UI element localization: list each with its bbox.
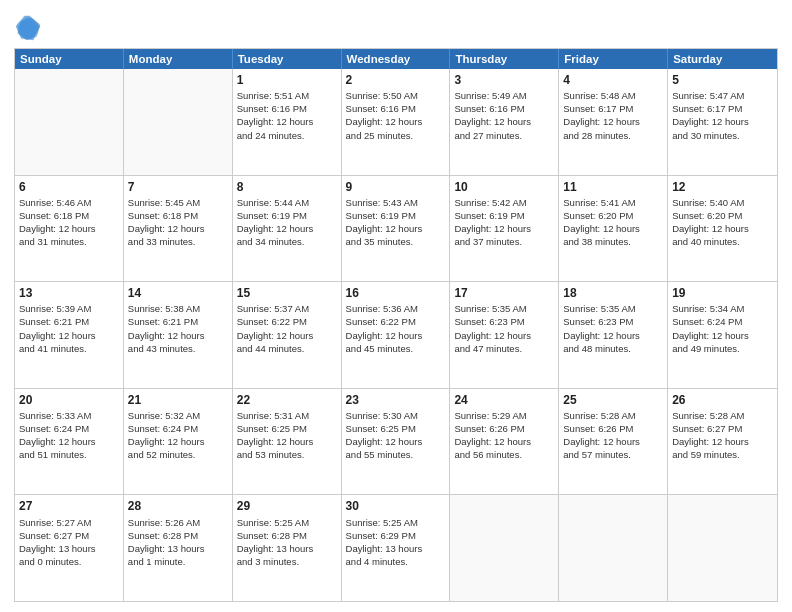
day-number: 10 [454,179,554,195]
day-number: 26 [672,392,773,408]
day-cell-20: 20Sunrise: 5:33 AM Sunset: 6:24 PM Dayli… [15,389,124,495]
day-info: Sunrise: 5:34 AM Sunset: 6:24 PM Dayligh… [672,302,773,354]
day-cell-15: 15Sunrise: 5:37 AM Sunset: 6:22 PM Dayli… [233,282,342,388]
day-info: Sunrise: 5:40 AM Sunset: 6:20 PM Dayligh… [672,196,773,248]
day-cell-9: 9Sunrise: 5:43 AM Sunset: 6:19 PM Daylig… [342,176,451,282]
day-cell-5: 5Sunrise: 5:47 AM Sunset: 6:17 PM Daylig… [668,69,777,175]
day-number: 21 [128,392,228,408]
day-info: Sunrise: 5:36 AM Sunset: 6:22 PM Dayligh… [346,302,446,354]
day-number: 2 [346,72,446,88]
day-number: 7 [128,179,228,195]
day-info: Sunrise: 5:25 AM Sunset: 6:28 PM Dayligh… [237,516,337,568]
day-cell-24: 24Sunrise: 5:29 AM Sunset: 6:26 PM Dayli… [450,389,559,495]
empty-cell-r4c5 [559,495,668,601]
day-info: Sunrise: 5:28 AM Sunset: 6:26 PM Dayligh… [563,409,663,461]
day-cell-4: 4Sunrise: 5:48 AM Sunset: 6:17 PM Daylig… [559,69,668,175]
day-info: Sunrise: 5:27 AM Sunset: 6:27 PM Dayligh… [19,516,119,568]
day-cell-7: 7Sunrise: 5:45 AM Sunset: 6:18 PM Daylig… [124,176,233,282]
day-info: Sunrise: 5:44 AM Sunset: 6:19 PM Dayligh… [237,196,337,248]
day-number: 25 [563,392,663,408]
calendar-row-1: 6Sunrise: 5:46 AM Sunset: 6:18 PM Daylig… [15,175,777,282]
day-cell-3: 3Sunrise: 5:49 AM Sunset: 6:16 PM Daylig… [450,69,559,175]
calendar-row-2: 13Sunrise: 5:39 AM Sunset: 6:21 PM Dayli… [15,281,777,388]
day-number: 3 [454,72,554,88]
day-info: Sunrise: 5:35 AM Sunset: 6:23 PM Dayligh… [454,302,554,354]
calendar-header: SundayMondayTuesdayWednesdayThursdayFrid… [15,49,777,69]
day-info: Sunrise: 5:28 AM Sunset: 6:27 PM Dayligh… [672,409,773,461]
day-number: 28 [128,498,228,514]
empty-cell-r4c4 [450,495,559,601]
day-cell-19: 19Sunrise: 5:34 AM Sunset: 6:24 PM Dayli… [668,282,777,388]
weekday-header-thursday: Thursday [450,49,559,69]
day-cell-8: 8Sunrise: 5:44 AM Sunset: 6:19 PM Daylig… [233,176,342,282]
day-info: Sunrise: 5:45 AM Sunset: 6:18 PM Dayligh… [128,196,228,248]
day-number: 6 [19,179,119,195]
day-info: Sunrise: 5:31 AM Sunset: 6:25 PM Dayligh… [237,409,337,461]
day-cell-25: 25Sunrise: 5:28 AM Sunset: 6:26 PM Dayli… [559,389,668,495]
weekday-header-sunday: Sunday [15,49,124,69]
day-cell-21: 21Sunrise: 5:32 AM Sunset: 6:24 PM Dayli… [124,389,233,495]
day-cell-17: 17Sunrise: 5:35 AM Sunset: 6:23 PM Dayli… [450,282,559,388]
day-info: Sunrise: 5:47 AM Sunset: 6:17 PM Dayligh… [672,89,773,141]
day-number: 27 [19,498,119,514]
day-number: 4 [563,72,663,88]
day-info: Sunrise: 5:32 AM Sunset: 6:24 PM Dayligh… [128,409,228,461]
page: SundayMondayTuesdayWednesdayThursdayFrid… [0,0,792,612]
day-number: 9 [346,179,446,195]
day-info: Sunrise: 5:33 AM Sunset: 6:24 PM Dayligh… [19,409,119,461]
header [14,10,778,42]
day-info: Sunrise: 5:49 AM Sunset: 6:16 PM Dayligh… [454,89,554,141]
day-number: 14 [128,285,228,301]
logo-icon [14,14,42,42]
day-info: Sunrise: 5:25 AM Sunset: 6:29 PM Dayligh… [346,516,446,568]
day-number: 23 [346,392,446,408]
day-cell-22: 22Sunrise: 5:31 AM Sunset: 6:25 PM Dayli… [233,389,342,495]
day-cell-16: 16Sunrise: 5:36 AM Sunset: 6:22 PM Dayli… [342,282,451,388]
calendar-row-0: 1Sunrise: 5:51 AM Sunset: 6:16 PM Daylig… [15,69,777,175]
day-number: 13 [19,285,119,301]
day-cell-14: 14Sunrise: 5:38 AM Sunset: 6:21 PM Dayli… [124,282,233,388]
day-cell-13: 13Sunrise: 5:39 AM Sunset: 6:21 PM Dayli… [15,282,124,388]
day-info: Sunrise: 5:37 AM Sunset: 6:22 PM Dayligh… [237,302,337,354]
day-info: Sunrise: 5:35 AM Sunset: 6:23 PM Dayligh… [563,302,663,354]
day-info: Sunrise: 5:39 AM Sunset: 6:21 PM Dayligh… [19,302,119,354]
day-number: 16 [346,285,446,301]
weekday-header-tuesday: Tuesday [233,49,342,69]
day-number: 11 [563,179,663,195]
logo [14,14,44,42]
day-cell-30: 30Sunrise: 5:25 AM Sunset: 6:29 PM Dayli… [342,495,451,601]
day-cell-1: 1Sunrise: 5:51 AM Sunset: 6:16 PM Daylig… [233,69,342,175]
day-info: Sunrise: 5:42 AM Sunset: 6:19 PM Dayligh… [454,196,554,248]
weekday-header-friday: Friday [559,49,668,69]
calendar-row-4: 27Sunrise: 5:27 AM Sunset: 6:27 PM Dayli… [15,494,777,601]
empty-cell-r0c0 [15,69,124,175]
day-number: 24 [454,392,554,408]
day-number: 18 [563,285,663,301]
day-number: 22 [237,392,337,408]
day-number: 30 [346,498,446,514]
day-cell-10: 10Sunrise: 5:42 AM Sunset: 6:19 PM Dayli… [450,176,559,282]
day-number: 19 [672,285,773,301]
day-cell-11: 11Sunrise: 5:41 AM Sunset: 6:20 PM Dayli… [559,176,668,282]
weekday-header-saturday: Saturday [668,49,777,69]
empty-cell-r0c1 [124,69,233,175]
day-info: Sunrise: 5:50 AM Sunset: 6:16 PM Dayligh… [346,89,446,141]
day-info: Sunrise: 5:29 AM Sunset: 6:26 PM Dayligh… [454,409,554,461]
day-cell-23: 23Sunrise: 5:30 AM Sunset: 6:25 PM Dayli… [342,389,451,495]
day-number: 20 [19,392,119,408]
day-cell-6: 6Sunrise: 5:46 AM Sunset: 6:18 PM Daylig… [15,176,124,282]
day-info: Sunrise: 5:26 AM Sunset: 6:28 PM Dayligh… [128,516,228,568]
day-number: 8 [237,179,337,195]
calendar-body: 1Sunrise: 5:51 AM Sunset: 6:16 PM Daylig… [15,69,777,601]
day-info: Sunrise: 5:43 AM Sunset: 6:19 PM Dayligh… [346,196,446,248]
day-cell-18: 18Sunrise: 5:35 AM Sunset: 6:23 PM Dayli… [559,282,668,388]
day-cell-26: 26Sunrise: 5:28 AM Sunset: 6:27 PM Dayli… [668,389,777,495]
day-cell-2: 2Sunrise: 5:50 AM Sunset: 6:16 PM Daylig… [342,69,451,175]
day-info: Sunrise: 5:51 AM Sunset: 6:16 PM Dayligh… [237,89,337,141]
day-info: Sunrise: 5:41 AM Sunset: 6:20 PM Dayligh… [563,196,663,248]
day-number: 5 [672,72,773,88]
day-cell-28: 28Sunrise: 5:26 AM Sunset: 6:28 PM Dayli… [124,495,233,601]
day-info: Sunrise: 5:48 AM Sunset: 6:17 PM Dayligh… [563,89,663,141]
calendar-row-3: 20Sunrise: 5:33 AM Sunset: 6:24 PM Dayli… [15,388,777,495]
day-cell-27: 27Sunrise: 5:27 AM Sunset: 6:27 PM Dayli… [15,495,124,601]
